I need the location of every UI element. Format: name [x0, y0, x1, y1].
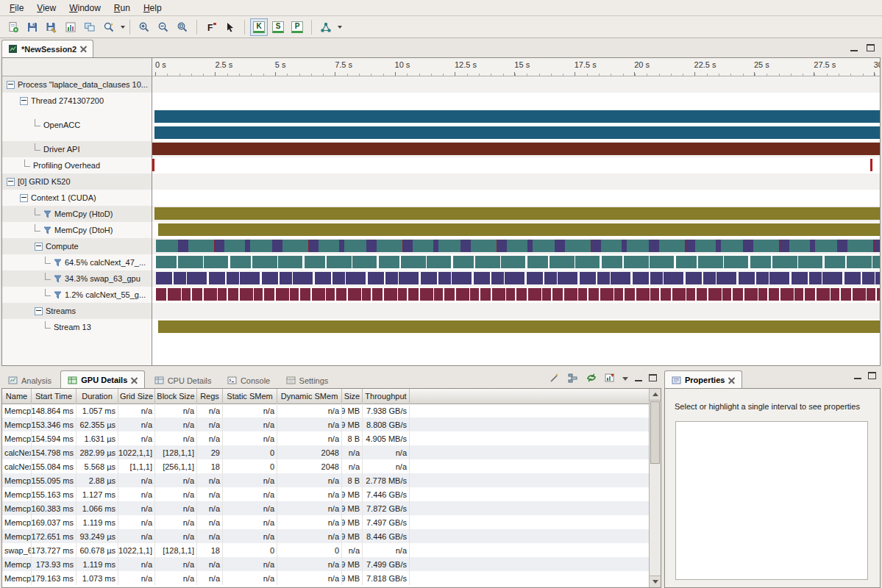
timeline-lane[interactable]: [152, 190, 880, 206]
zoom-out-button[interactable]: [154, 18, 172, 36]
tree-cell[interactable]: Compute: [2, 238, 152, 254]
table-header-cell[interactable]: Name: [2, 389, 32, 404]
source-view-button[interactable]: S: [269, 18, 287, 36]
calcnext55-kernel-bar[interactable]: [156, 288, 880, 301]
zoom-in-button[interactable]: [135, 18, 153, 36]
calcnext47-kernel-bar[interactable]: [156, 256, 880, 268]
tab-settings[interactable]: Settings: [280, 372, 335, 389]
table-row[interactable]: Memcpy 172.651 ms 93.249 µs n/a n/a n/a …: [2, 529, 649, 543]
kernel-view-button[interactable]: K: [250, 18, 268, 36]
timeline-row-calcnext47[interactable]: 64.5% calcNext_47_...: [2, 254, 880, 270]
stream13-bar[interactable]: [158, 320, 880, 333]
timeline-lane[interactable]: [152, 157, 880, 173]
select-interval-icon[interactable]: [549, 372, 561, 384]
export-csv-icon[interactable]: [586, 372, 597, 384]
menu-item[interactable]: View: [30, 1, 63, 15]
overhead-interval[interactable]: [870, 159, 872, 171]
tree-cell[interactable]: [0] GRID K520: [2, 173, 152, 190]
openacc-activity-bar[interactable]: [154, 110, 880, 123]
export-chart-icon[interactable]: [604, 372, 616, 384]
collapse-icon[interactable]: [20, 194, 28, 202]
close-icon[interactable]: [80, 46, 87, 52]
table-header-cell[interactable]: Static SMem: [223, 389, 277, 404]
maximize-icon[interactable]: [649, 374, 657, 381]
tree-cell[interactable]: MemCpy (HtoD): [2, 206, 152, 222]
table-row[interactable]: Memcpy 169.037 ms 1.119 ms n/a n/a n/a n…: [2, 515, 649, 529]
close-icon[interactable]: [728, 377, 735, 384]
swap63-kernel-bar[interactable]: [156, 272, 880, 284]
menu-item[interactable]: Run: [107, 1, 137, 15]
timeline-row-stream13[interactable]: Stream 13: [2, 319, 880, 335]
tab-cpu-details[interactable]: CPU Details: [148, 372, 218, 389]
table-scrollbar[interactable]: [649, 389, 661, 587]
table-header-cell[interactable]: Size: [342, 389, 363, 404]
collapse-icon[interactable]: [7, 178, 15, 186]
timeline-lane[interactable]: [152, 319, 880, 335]
tree-cell[interactable]: Stream 13: [2, 319, 152, 335]
tree-cell[interactable]: 64.5% calcNext_47_...: [2, 254, 152, 270]
search-button[interactable]: [100, 18, 118, 36]
filter-icon[interactable]: [54, 259, 62, 267]
table-row[interactable]: Memcpy 154.594 ms 1.631 µs n/a n/a n/a n…: [2, 431, 649, 445]
timeline-lane[interactable]: [152, 254, 880, 270]
save-button[interactable]: [24, 18, 41, 36]
close-icon[interactable]: [131, 377, 138, 384]
timeline-row-streams[interactable]: Streams: [2, 303, 880, 319]
menu-item[interactable]: Window: [63, 1, 107, 15]
tab-console[interactable]: Console: [221, 372, 277, 389]
compare-button[interactable]: [81, 18, 99, 36]
collapse-icon[interactable]: [20, 97, 28, 105]
timeline-lane[interactable]: [152, 238, 880, 254]
timeline-row-memcpy-htod[interactable]: MemCpy (HtoD): [2, 206, 880, 222]
tree-cell[interactable]: Thread 2741307200: [2, 93, 152, 109]
tree-cell[interactable]: MemCpy (DtoH): [2, 222, 152, 238]
timeline-ruler[interactable]: 0 s2.5 s5 s7.5 s10 s12.5 s15 s17.5 s20 s…: [152, 58, 880, 76]
filter-icon[interactable]: [43, 226, 51, 234]
timeline-row-compute[interactable]: Compute: [2, 238, 880, 254]
timeline-row-openacc[interactable]: OpenACC: [2, 109, 880, 141]
timeline-row-swap63[interactable]: 34.3% swap_63_gpu: [2, 270, 880, 287]
view-menu-icon[interactable]: [622, 377, 628, 381]
timeline-lane[interactable]: [152, 141, 880, 157]
marker-button[interactable]: F: [202, 18, 220, 36]
group-rows-icon[interactable]: [567, 372, 579, 384]
memcpy-htod-bar[interactable]: [154, 207, 880, 220]
table-header-cell[interactable]: Duration: [77, 389, 118, 404]
timeline-row-thread[interactable]: Thread 2741307200: [2, 93, 880, 109]
table-row[interactable]: calcNext 155.084 ms 5.568 µs [1,1,1] [25…: [2, 459, 649, 473]
tree-cell[interactable]: Context 1 (CUDA): [2, 190, 152, 206]
search-dropdown-icon[interactable]: [121, 26, 125, 29]
scroll-down-icon[interactable]: [650, 576, 661, 587]
tree-cell[interactable]: Streams: [2, 303, 152, 319]
tree-cell[interactable]: Driver API: [2, 141, 152, 157]
tab-properties[interactable]: Properties: [664, 370, 742, 389]
pointer-mode-button[interactable]: [221, 18, 239, 36]
memcpy-dtoh-bar[interactable]: [158, 223, 880, 236]
table-row[interactable]: Memcpy 153.346 ms 62.355 µs n/a n/a n/a …: [2, 417, 649, 431]
timeline-row-calcnext55[interactable]: 1.2% calcNext_55_g...: [2, 287, 880, 303]
table-header-cell[interactable]: Throughput: [363, 389, 410, 404]
tree-cell[interactable]: Process "laplace_data_clauses 10...: [2, 76, 152, 93]
timeline-row-process[interactable]: Process "laplace_data_clauses 10...: [2, 76, 880, 93]
tree-cell[interactable]: OpenACC: [2, 109, 152, 141]
save-as-button[interactable]: [43, 18, 60, 36]
timeline-lane[interactable]: [152, 222, 880, 238]
timeline-lane[interactable]: [152, 109, 880, 141]
report-button[interactable]: [62, 18, 79, 36]
openacc-activity-bar[interactable]: [154, 126, 880, 139]
tree-cell[interactable]: Profiling Overhead: [2, 157, 152, 173]
table-row[interactable]: Memcpy 179.163 ms 1.073 ms n/a n/a n/a n…: [2, 571, 649, 585]
timeline-lane[interactable]: [152, 287, 880, 303]
table-header-cell[interactable]: Dynamic SMem: [277, 389, 342, 404]
tree-cell[interactable]: 1.2% calcNext_55_g...: [2, 287, 152, 303]
filter-icon[interactable]: [54, 291, 62, 299]
filter-icon[interactable]: [43, 210, 51, 218]
maximize-icon[interactable]: [868, 372, 876, 379]
compute-activity-bar[interactable]: [156, 240, 880, 252]
maximize-icon[interactable]: [867, 44, 875, 51]
table-row[interactable]: Memcpy 155.095 ms 2.88 µs n/a n/a n/a n/…: [2, 473, 649, 487]
timeline-lane[interactable]: [152, 303, 880, 319]
minimize-icon[interactable]: [850, 44, 858, 51]
new-session-button[interactable]: [4, 18, 22, 36]
analysis-dropdown-icon[interactable]: [338, 26, 342, 29]
